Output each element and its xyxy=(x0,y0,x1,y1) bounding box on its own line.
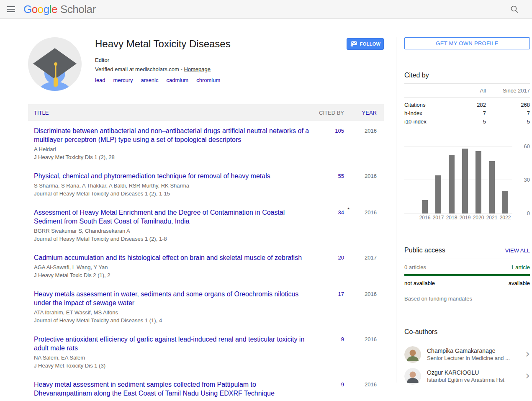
coauthors-section: Co-authors Champika GamakaranageSenior L… xyxy=(404,328,530,387)
homepage-link[interactable]: Homepage xyxy=(184,66,211,72)
chart-plot-area xyxy=(404,147,512,213)
chart-bar[interactable] xyxy=(462,149,468,213)
publication-cited-cell: 9 xyxy=(316,329,344,375)
keyword-link[interactable]: cadmium xyxy=(166,77,188,83)
profile-avatar[interactable] xyxy=(28,37,82,91)
publication-year: 2016 xyxy=(344,121,384,166)
profile-verified-email: Verified email at medischolars.com - Hom… xyxy=(95,66,231,72)
publication-row: Assessment of Heavy Metal Enrichment and… xyxy=(28,203,384,248)
public-access-title: Public access xyxy=(404,247,445,254)
cited-count-link[interactable]: 17 xyxy=(338,291,344,297)
stats-value-since: 7 xyxy=(486,109,530,118)
stats-label: Citations xyxy=(404,98,455,109)
view-all-link[interactable]: VIEW ALL xyxy=(505,247,530,254)
sort-by-year-link[interactable]: YEAR xyxy=(362,110,377,116)
stats-value-since: 5 xyxy=(486,118,530,126)
cited-count-link[interactable]: 9 xyxy=(341,381,344,388)
coauthor-row[interactable]: Champika GamakaranageSenior Lecturer in … xyxy=(404,344,530,365)
publication-row: Heavy metals assessment in water, sedime… xyxy=(28,284,384,329)
coauthor-row[interactable]: Ozgur KARCIOGLUIstanbul Egitim ve Arastı… xyxy=(404,365,530,387)
publication-venue: Journal of Heavy Metal Toxicity and Dise… xyxy=(34,317,313,324)
stats-row: h-index77 xyxy=(404,109,530,118)
coauthor-avatar xyxy=(404,368,421,385)
coauthor-name-link[interactable]: Champika Gamakaranage xyxy=(427,347,523,354)
publication-title-cell: Discriminate between antibacterial and n… xyxy=(28,121,316,166)
publication-cited-cell: 34* xyxy=(316,203,344,248)
publication-venue: J Heavy Met Toxicity Dis 1 (3) xyxy=(34,362,313,370)
publication-title-link[interactable]: Discriminate between antibacterial and n… xyxy=(34,126,313,144)
coauthor-text: Champika GamakaranageSenior Lecturer in … xyxy=(427,347,523,361)
stats-value-all: 282 xyxy=(455,98,486,109)
chart-gridline xyxy=(404,180,512,180)
google-logo-wordmark: Google xyxy=(23,3,57,16)
search-icon[interactable] xyxy=(506,1,523,18)
menu-icon[interactable] xyxy=(3,1,19,18)
keyword-link[interactable]: mercury xyxy=(113,77,133,83)
publication-authors: J Chandramohan, A Chandrasekaran, G Sent… xyxy=(34,399,313,401)
cited-count-wrap: 55 xyxy=(338,173,344,179)
follow-button[interactable]: FOLLOW xyxy=(347,38,384,50)
cited-count-link[interactable]: 34 xyxy=(338,209,344,216)
sort-by-citations-label[interactable]: CITED BY xyxy=(316,104,344,121)
publication-year: 2016 xyxy=(344,284,384,329)
publication-year: 2017 xyxy=(344,248,384,284)
publication-venue: Journal of Heavy Metal Toxicity and Dise… xyxy=(34,190,313,198)
sort-by-title-link[interactable]: TITLE xyxy=(34,110,49,116)
publication-row: Discriminate between antibacterial and n… xyxy=(28,121,384,166)
publication-authors: BGRR Sivakumar S, Chandrasekaran A xyxy=(34,227,313,235)
chevron-right-icon: › xyxy=(526,371,530,381)
coauthors-title: Co-authors xyxy=(404,328,530,336)
publication-title-link[interactable]: Heavy metal assessment in sediment sampl… xyxy=(34,380,313,398)
cited-count-link[interactable]: 9 xyxy=(341,336,344,342)
google-scholar-logo[interactable]: Google Scholar xyxy=(23,3,96,16)
publication-title-link[interactable]: Assessment of Heavy Metal Enrichment and… xyxy=(34,208,313,226)
chart-bar[interactable] xyxy=(449,155,455,213)
citation-stats-table: All Since 2017 Citations282268h-index77i… xyxy=(404,84,530,126)
publication-row: Physical, chemical and phytoremediation … xyxy=(28,166,384,203)
google-logo-letter: g xyxy=(44,3,49,15)
publication-title-link[interactable]: Heavy metals assessment in water, sedime… xyxy=(34,290,313,307)
publication-row: Protective antioxidant efficiency of gar… xyxy=(28,329,384,375)
profile-role: Editor xyxy=(95,57,231,63)
publication-title-cell: Physical, chemical and phytoremediation … xyxy=(28,166,316,203)
follow-button-label: FOLLOW xyxy=(360,41,380,46)
stats-label: i10-index xyxy=(404,118,455,126)
google-logo-letter: o xyxy=(38,3,44,15)
publication-title-cell: Assessment of Heavy Metal Enrichment and… xyxy=(28,203,316,248)
cited-count-link[interactable]: 20 xyxy=(338,254,344,261)
publications-table: TITLE CITED BY YEAR Discriminate between… xyxy=(28,104,384,401)
coauthor-name-link[interactable]: Ozgur KARCIOGLU xyxy=(427,369,523,376)
chart-bar[interactable] xyxy=(489,161,495,213)
publication-authors: S Sharma, S Rana, A Thakkar, A Baldi, RS… xyxy=(34,182,313,190)
chart-bar[interactable] xyxy=(502,191,508,213)
google-logo-letter: o xyxy=(32,3,38,15)
chart-bar[interactable] xyxy=(422,200,428,213)
public-access-unavailable-count: 0 articles xyxy=(404,264,426,270)
cited-count-link[interactable]: 55 xyxy=(338,173,344,179)
coauthor-avatar xyxy=(404,346,421,363)
cited-count-wrap: 20 xyxy=(338,254,344,261)
follow-envelope-icon xyxy=(350,40,357,48)
google-logo-letter: e xyxy=(51,3,57,15)
publication-cited-cell: 20 xyxy=(316,248,344,284)
stats-label: h-index xyxy=(404,109,455,118)
stats-col-since: Since 2017 xyxy=(486,84,530,98)
publication-cited-cell: 9 xyxy=(316,375,344,401)
publication-row: Cadmium accumulation and its histologica… xyxy=(28,248,384,284)
publication-title-link[interactable]: Physical, chemical and phytoremediation … xyxy=(34,172,313,180)
chart-x-tick-label: 2022 xyxy=(497,215,514,221)
keyword-link[interactable]: lead xyxy=(95,77,105,83)
get-my-own-profile-button[interactable]: GET MY OWN PROFILE xyxy=(404,37,530,49)
keyword-link[interactable]: arsenic xyxy=(141,77,159,83)
scholar-logo-text: Scholar xyxy=(60,3,96,16)
publication-title-link[interactable]: Cadmium accumulation and its histologica… xyxy=(34,253,313,262)
publication-cited-cell: 55 xyxy=(316,166,344,203)
chart-bar[interactable] xyxy=(475,151,481,213)
publication-title-link[interactable]: Protective antioxidant efficiency of gar… xyxy=(34,335,313,352)
cited-count-wrap: 9 xyxy=(341,336,344,342)
chart-bar[interactable] xyxy=(435,175,441,213)
public-access-progress-bar xyxy=(404,274,530,276)
keyword-link[interactable]: chromium xyxy=(196,77,220,83)
cited-count-wrap: 9 xyxy=(341,381,344,388)
cited-count-link[interactable]: 105 xyxy=(335,128,344,134)
